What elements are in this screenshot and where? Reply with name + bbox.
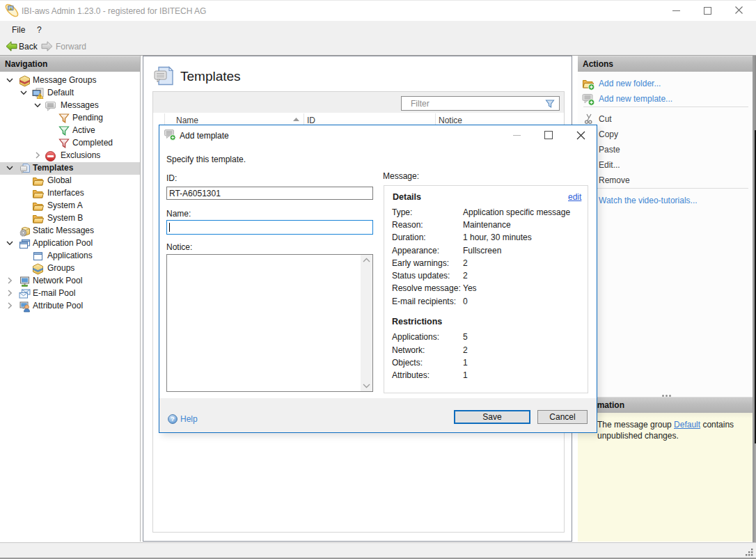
svg-text:?: ? (171, 415, 175, 423)
